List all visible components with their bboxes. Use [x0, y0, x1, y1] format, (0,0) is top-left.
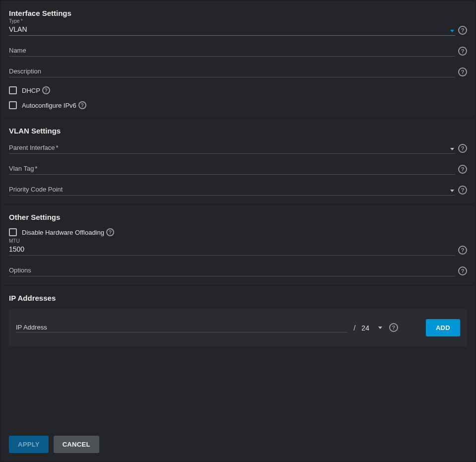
cancel-button[interactable]: CANCEL [54, 436, 99, 453]
cidr-select[interactable]: 24 [361, 324, 384, 332]
footer-actions: APPLY CANCEL [1, 428, 475, 461]
disable-hardware-offloading-checkbox[interactable] [9, 228, 17, 236]
type-select[interactable]: Type* VLAN [9, 24, 455, 36]
chevron-down-icon [378, 327, 382, 329]
vlan-settings-title: VLAN Settings [9, 127, 467, 135]
parent-interface-select[interactable]: Parent Interface* [9, 142, 455, 154]
priority-code-point-select[interactable]: Priority Code Point [9, 184, 455, 196]
help-icon[interactable]: ? [458, 67, 467, 76]
ip-address-label: IP Address [16, 324, 47, 331]
ip-address-input[interactable]: IP Address [16, 324, 347, 332]
type-value: VLAN [9, 24, 455, 34]
cidr-slash: / [352, 324, 356, 332]
add-button[interactable]: ADD [426, 319, 460, 336]
mtu-label: MTU [9, 238, 20, 244]
cidr-value: 24 [361, 324, 369, 332]
description-label: Description [9, 66, 455, 76]
type-label: Type* [9, 18, 23, 24]
help-icon[interactable]: ? [42, 86, 50, 94]
other-settings-title: Other Settings [9, 213, 467, 221]
vlan-settings-section: VLAN Settings Parent Interface* ? Vlan T… [1, 119, 475, 205]
priority-code-point-label: Priority Code Point [9, 184, 455, 194]
options-input[interactable]: Options [9, 264, 455, 276]
autoconfigure-ipv6-checkbox[interactable] [9, 101, 17, 109]
ip-address-row: IP Address / 24 ? ADD [9, 309, 467, 346]
mtu-input[interactable]: MTU [9, 244, 455, 256]
autoconfigure-ipv6-label: Autoconfigure IPv6 ? [22, 101, 86, 109]
help-icon[interactable]: ? [458, 47, 467, 56]
ip-addresses-section: IP Addresses IP Address / 24 ? ADD [1, 286, 475, 355]
help-icon[interactable]: ? [458, 186, 467, 195]
chevron-down-icon [450, 190, 454, 192]
help-icon[interactable]: ? [458, 266, 467, 275]
chevron-down-icon [450, 30, 454, 32]
mtu-value[interactable] [9, 244, 455, 254]
ip-addresses-title: IP Addresses [9, 294, 467, 302]
chevron-down-icon [450, 148, 454, 150]
other-settings-section: Other Settings Disable Hardware Offloadi… [1, 205, 475, 286]
name-label: Name [9, 45, 455, 55]
help-icon[interactable]: ? [458, 26, 467, 35]
vlan-tag-label: Vlan Tag* [9, 163, 455, 173]
description-input-wrap[interactable]: Description [9, 66, 455, 77]
help-icon[interactable]: ? [78, 101, 86, 109]
dhcp-checkbox[interactable] [9, 86, 17, 94]
parent-interface-label: Parent Interface* [9, 142, 455, 152]
help-icon[interactable]: ? [106, 228, 114, 236]
help-icon[interactable]: ? [458, 144, 467, 153]
interface-settings-section: Interface Settings Type* VLAN ? Name [1, 1, 475, 119]
help-icon[interactable]: ? [458, 165, 467, 174]
options-label: Options [9, 264, 455, 275]
help-icon[interactable]: ? [458, 246, 467, 255]
help-icon[interactable]: ? [389, 323, 398, 332]
interface-settings-title: Interface Settings [9, 9, 467, 17]
dhcp-label: DHCP ? [22, 86, 50, 94]
apply-button[interactable]: APPLY [9, 436, 49, 453]
vlan-tag-input[interactable]: Vlan Tag* [9, 163, 455, 175]
disable-hardware-offloading-label: Disable Hardware Offloading ? [22, 228, 114, 236]
name-input-wrap[interactable]: Name [9, 45, 455, 57]
